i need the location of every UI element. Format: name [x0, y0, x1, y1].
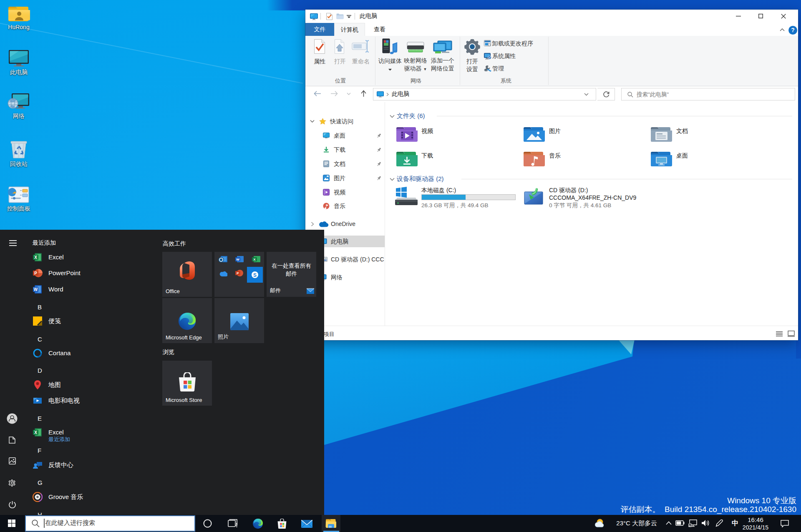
svg-text:X: X	[253, 258, 256, 261]
svg-text:P: P	[237, 271, 239, 275]
svg-text:W: W	[34, 287, 38, 292]
svg-text:P: P	[34, 271, 37, 276]
svg-text:S: S	[253, 272, 257, 278]
svg-text:X: X	[34, 430, 37, 435]
svg-text:W: W	[236, 258, 239, 261]
svg-text:X: X	[34, 255, 37, 260]
